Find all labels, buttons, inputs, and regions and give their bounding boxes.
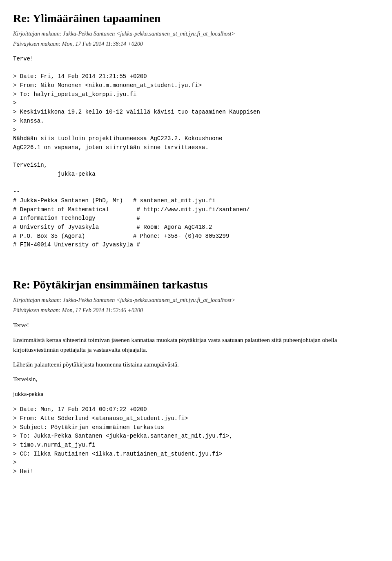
email-2-para2: Lähetän palautteeni pöytäkirjasta huomen… [13, 360, 379, 369]
email-2-meta1: Kirjoittajan mukaan: Jukka-Pekka Santane… [13, 296, 379, 304]
email-2-greeting: Terve! [13, 320, 379, 330]
email-2-para1: Ensimmäistä kertaa sihteerinä toimivan j… [13, 335, 379, 355]
email-1-meta1: Kirjoittajan mukaan: Jukka-Pekka Santane… [13, 29, 379, 38]
email-1-body: Terve! > Date: Fri, 14 Feb 2014 21:21:55… [13, 55, 379, 250]
section-divider [13, 263, 379, 263]
email-2-container: Re: Pöytäkirjan ensimmäinen tarkastus Ki… [13, 276, 379, 476]
email-2-quoted: > Date: Mon, 17 Feb 2014 00:07:22 +0200 … [13, 405, 379, 476]
email-2-meta2: Päiväyksen mukaan: Mon, 17 Feb 2014 11:5… [13, 306, 379, 315]
email-2-prose: Terve! Ensimmäistä kertaa sihteerinä toi… [13, 320, 379, 399]
email-2-signature: jukka-pekka [13, 389, 379, 399]
email-1-title: Re: Ylimääräinen tapaaminen [13, 10, 379, 27]
email-2-title: Re: Pöytäkirjan ensimmäinen tarkastus [13, 276, 379, 293]
email-2-closing: Terveisin, [13, 374, 379, 384]
email-1-meta2: Päiväyksen mukaan: Mon, 17 Feb 2014 11:3… [13, 40, 379, 48]
email-1-container: Re: Ylimääräinen tapaaminen Kirjoittajan… [13, 10, 379, 250]
